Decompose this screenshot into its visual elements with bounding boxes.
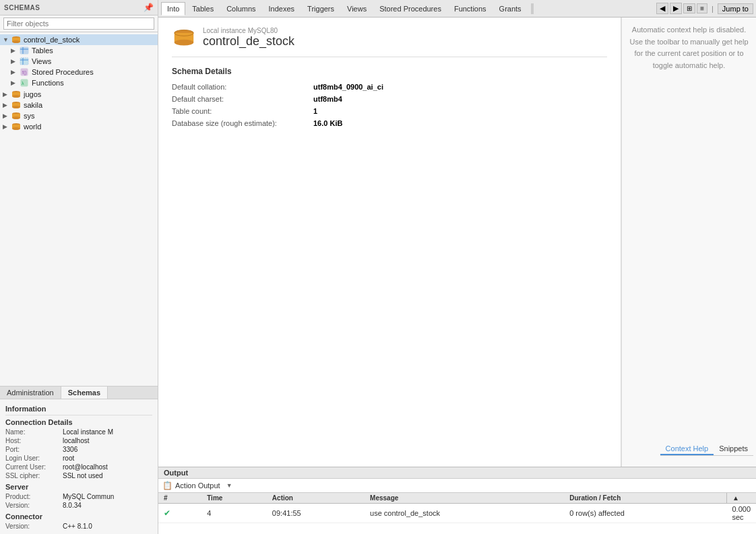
tree-label-tables: Tables <box>32 46 53 55</box>
detail-key-collation: Default collation: <box>172 83 313 91</box>
tab-into[interactable]: Into <box>161 2 185 15</box>
tab-stored-procedures[interactable]: Stored Procedures <box>373 2 447 15</box>
db-icon-sys <box>11 111 22 121</box>
tree-row-jugos[interactable]: ▶ jugos <box>0 89 158 100</box>
info-key-server-version: Version: <box>5 502 63 509</box>
cell-duration: 0.000 sec <box>726 504 756 523</box>
tab-list-button[interactable]: ≡ <box>697 3 707 13</box>
tab-views[interactable]: Views <box>341 2 373 15</box>
tree-arrow-views: ▶ <box>11 58 19 65</box>
svg-point-24 <box>12 127 20 130</box>
action-output-dropdown[interactable]: ▼ <box>223 481 236 490</box>
tab-schemas[interactable]: Schemas <box>61 387 108 399</box>
tab-administration[interactable]: Administration <box>0 387 61 399</box>
tree-arrow-world: ▶ <box>3 123 11 130</box>
db-big-icon <box>172 26 196 50</box>
output-title: Output <box>164 469 188 477</box>
info-port: Port: 3306 <box>5 445 152 454</box>
info-key-ssl: SSL cipher: <box>5 472 63 479</box>
context-help-text: Automatic context help is disabled. Use … <box>629 24 749 71</box>
tree-label-functions: Functions <box>32 79 64 87</box>
instance-label: Local instance MySQL80 <box>203 27 294 34</box>
tab-next-button[interactable]: ▶ <box>670 3 682 14</box>
output-header: Output <box>158 467 756 479</box>
tree-row-sys[interactable]: ▶ sys <box>0 110 158 121</box>
info-key-current-user: Current User: <box>5 463 63 471</box>
cell-message: 0 row(s) affected <box>564 504 726 523</box>
info-key-login: Login User: <box>5 455 63 462</box>
detail-db-size: Database size (rough estimate): 16.0 KiB <box>172 119 607 127</box>
stored-procs-icon: f() <box>19 67 30 77</box>
col-scroll-up[interactable]: ▲ <box>726 493 756 504</box>
context-help-panel: Automatic context help is disabled. Use … <box>621 18 756 467</box>
col-duration: Duration / Fetch <box>564 493 726 504</box>
tab-columns[interactable]: Columns <box>220 2 261 15</box>
action-output-icon: 📋 <box>162 481 172 490</box>
tab-grid-button[interactable]: ⊞ <box>683 3 695 13</box>
col-message: Message <box>365 493 564 504</box>
tree-arrow-control: ▼ <box>3 36 11 43</box>
jump-to-button[interactable]: Jump to <box>718 3 753 14</box>
tree-row-sakila[interactable]: ▶ sakila <box>0 100 158 110</box>
tree-row-tables[interactable]: ▶ Tables <box>8 45 158 56</box>
info-host: Host: localhost <box>5 436 152 445</box>
server-title: Server <box>5 483 152 491</box>
tree-row-stored-procs[interactable]: ▶ f() Stored Procedures <box>8 67 158 77</box>
tree-label-sakila: sakila <box>24 101 42 109</box>
info-val-current-user: root@localhost <box>63 463 108 471</box>
cell-time: 09:41:55 <box>267 504 365 523</box>
sidebar-tree: ▼ control_de_stock ▶ Tab <box>0 32 158 386</box>
schema-header: Local instance MySQL80 control_de_stock <box>172 26 607 57</box>
info-ssl: SSL cipher: SSL not used <box>5 471 152 480</box>
sidebar-tabs: Administration Schemas <box>0 387 158 399</box>
jump-to-label: Jump to <box>722 5 749 13</box>
tab-prev-button[interactable]: ◀ <box>656 3 668 14</box>
info-val-host: localhost <box>63 437 89 444</box>
tree-row-world[interactable]: ▶ world <box>0 121 158 132</box>
tab-snippets[interactable]: Snippets <box>714 443 753 455</box>
info-val-name: Local instance M <box>63 428 113 436</box>
info-val-port: 3306 <box>63 446 77 453</box>
cell-num: 4 <box>201 504 267 523</box>
app-container: SCHEMAS 📌 ▼ control_de_stock <box>0 0 756 534</box>
connector-title: Connector <box>5 512 152 521</box>
info-val-ssl: SSL not used <box>63 472 103 479</box>
schema-details-title: Schema Details <box>172 67 607 76</box>
output-toolbar: 📋 Action Output ▼ <box>158 479 756 493</box>
search-input[interactable] <box>3 18 154 30</box>
tree-arrow-functions: ▶ <box>11 79 19 86</box>
svg-point-21 <box>12 116 20 119</box>
info-server-version: Version: 8.0.34 <box>5 501 152 510</box>
detail-val-charset: utf8mb4 <box>313 95 342 103</box>
svg-point-15 <box>12 95 20 98</box>
tab-nav: ◀ ▶ ⊞ ≡ | Jump to <box>656 3 753 14</box>
views-icon <box>19 57 30 66</box>
detail-key-charset: Default charset: <box>172 95 313 103</box>
tab-context-help[interactable]: Context Help <box>660 443 714 455</box>
tab-tables[interactable]: Tables <box>186 2 220 15</box>
tree-label-stored-procs: Stored Procedures <box>32 68 94 76</box>
svg-rect-3 <box>20 47 28 54</box>
content-main: Local instance MySQL80 control_de_stock … <box>158 18 756 467</box>
tree-row-views[interactable]: ▶ Views <box>8 56 158 67</box>
detail-key-table-count: Table count: <box>172 107 313 115</box>
tab-triggers[interactable]: Triggers <box>301 2 340 15</box>
detail-collation: Default collation: utf8mb4_0900_ai_ci <box>172 83 607 91</box>
tree-arrow-sakila: ▶ <box>3 102 11 108</box>
output-row-1: ✔ 4 09:41:55 use control_de_stock 0 row(… <box>158 504 756 523</box>
info-val-server-version: 8.0.34 <box>63 502 82 509</box>
col-num: # <box>158 493 201 504</box>
sidebar: SCHEMAS 📌 ▼ control_de_stock <box>0 0 158 534</box>
svg-point-27 <box>175 40 193 46</box>
db-icon-control <box>11 35 22 44</box>
info-section: Information Connection Details Name: Loc… <box>0 399 158 534</box>
tree-row-control-de-stock[interactable]: ▼ control_de_stock <box>0 34 158 45</box>
tree-label-sys: sys <box>24 112 35 120</box>
tab-indexes[interactable]: Indexes <box>263 2 301 15</box>
tree-row-functions[interactable]: ▶ λ Functions <box>8 77 158 88</box>
tree-label-control: control_de_stock <box>24 36 80 44</box>
sidebar-pin-icon[interactable]: 📌 <box>144 3 154 12</box>
cell-status: ✔ <box>158 504 201 523</box>
tab-functions[interactable]: Functions <box>448 2 493 15</box>
tab-grants[interactable]: Grants <box>493 2 528 15</box>
